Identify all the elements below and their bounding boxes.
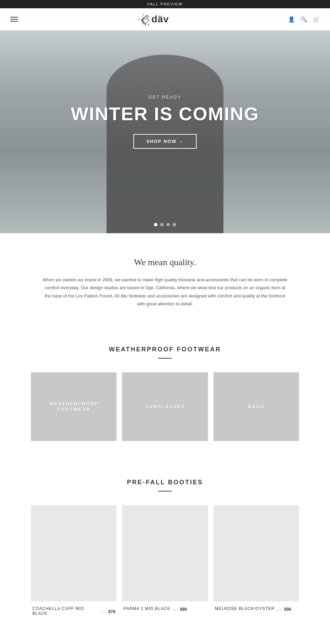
footwear-divider [158,358,172,359]
product-price-0: $79 [108,609,115,614]
product-card-2[interactable]: MELROSE BLACK/OYSTER — $59 [213,505,299,617]
booties-divider [158,491,172,492]
product-name-1: PARMA 2 MID BLACK [123,606,170,611]
booties-heading: PRE-FALL BOOTIES [0,462,330,502]
hamburger-menu-button[interactable] [10,17,18,22]
logo-text: däv [151,14,169,25]
product-image-1 [122,505,208,601]
hero-content: GET READY WINTER IS COMING SHOP NOW → [71,95,259,149]
quality-section: We mean quality. When we started our bra… [0,233,330,329]
product-price-1: $89 [180,607,187,612]
category-grid: WEATHERPROOFFOOTWEAR SUNGLASSES BAGS [0,369,330,462]
carousel-dot-4[interactable] [173,223,176,226]
quality-title: We mean quality. [41,257,289,268]
product-separator-1: — [172,606,178,612]
product-image-0 [31,505,117,601]
hero-cta-label: SHOP NOW [146,139,177,144]
product-card-1[interactable]: PARMA 2 MID BLACK — $89 [122,505,208,617]
product-image-2 [213,505,299,601]
hero-carousel-dots [154,223,176,226]
product-separator-2: — [277,606,282,612]
header-left [10,17,18,22]
category-label-sunglasses: SUNGLASSES [145,404,185,409]
quality-body: When we started our brand in 2009, we wa… [41,276,289,308]
category-card-bags[interactable]: BAGS [213,372,299,441]
hero-title: WINTER IS COMING [71,103,259,124]
product-info-1: PARMA 2 MID BLACK — $89 [122,606,208,612]
footwear-title: WEATHERPROOF FOOTWEAR [0,346,330,353]
announcement-text: FALL PREVIEW [147,2,183,6]
product-name-2: MELROSE BLACK/OYSTER [215,606,275,611]
product-separator-0: — [101,609,106,615]
booties-title: PRE-FALL BOOTIES [0,479,330,486]
header-right: 👤 🔍 🛒 [288,16,320,23]
search-icon[interactable]: 🔍 [300,16,307,23]
product-price-2: $59 [284,607,291,612]
carousel-dot-1[interactable] [154,223,157,226]
footwear-heading: WEATHERPROOF FOOTWEAR [0,329,330,369]
product-info-2: MELROSE BLACK/OYSTER — $59 [213,606,299,612]
category-label-bags: BAGS [248,404,264,409]
announcement-bar: FALL PREVIEW [0,0,330,8]
carousel-dot-3[interactable] [166,223,170,226]
product-info-0: COACHELLA CUFF MID BLACK — $79 [31,606,117,617]
hero-subtitle: GET READY [71,95,259,100]
carousel-dot-2[interactable] [160,223,164,226]
hero-cta-button[interactable]: SHOP NOW → [133,134,197,149]
site-header: däv 👤 🔍 🛒 [0,8,330,31]
logo-diamond-icon [137,13,149,25]
hero-cta-arrow: → [178,139,184,144]
hero-section: GET READY WINTER IS COMING SHOP NOW → [0,31,330,233]
product-name-0: COACHELLA CUFF MID BLACK [32,606,99,616]
product-card-0[interactable]: COACHELLA CUFF MID BLACK — $79 [31,505,117,617]
footwear-section: WEATHERPROOF FOOTWEAR WEATHERPROOFFOOTWE… [0,329,330,462]
category-card-sunglasses[interactable]: SUNGLASSES [122,372,208,441]
products-grid: COACHELLA CUFF MID BLACK — $79 PARMA 2 M… [0,502,330,631]
booties-section: PRE-FALL BOOTIES COACHELLA CUFF MID BLAC… [0,462,330,631]
category-card-footwear[interactable]: WEATHERPROOFFOOTWEAR [31,372,117,441]
cart-icon[interactable]: 🛒 [313,16,320,23]
user-icon[interactable]: 👤 [288,16,295,23]
category-label-footwear: WEATHERPROOFFOOTWEAR [49,401,99,412]
site-logo[interactable]: däv [137,13,169,25]
